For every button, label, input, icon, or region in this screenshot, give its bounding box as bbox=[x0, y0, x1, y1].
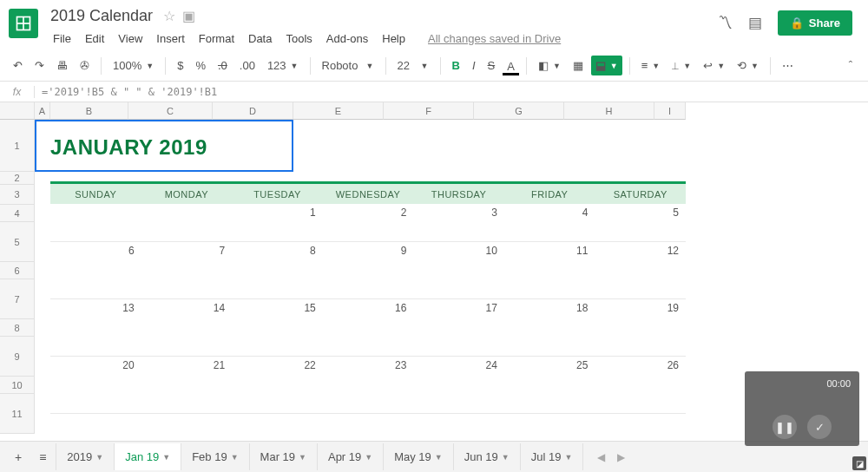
calendar-day[interactable]: 20 bbox=[50, 357, 141, 413]
menu-insert[interactable]: Insert bbox=[150, 29, 191, 49]
calendar-day[interactable]: 16 bbox=[323, 299, 414, 356]
row-header-9[interactable]: 9 bbox=[0, 337, 35, 377]
calendar-day[interactable]: 2 bbox=[323, 204, 414, 241]
col-header-B[interactable]: B bbox=[50, 102, 128, 120]
col-header-H[interactable]: H bbox=[564, 102, 654, 120]
calendar-day[interactable]: 19 bbox=[595, 299, 686, 356]
borders-button[interactable]: ▦ bbox=[569, 56, 588, 75]
menu-view[interactable]: View bbox=[112, 29, 148, 49]
calendar-day[interactable]: 25 bbox=[504, 357, 595, 413]
row-header-1[interactable]: 1 bbox=[0, 120, 35, 172]
save-status[interactable]: All changes saved in Drive bbox=[422, 29, 567, 49]
tab-menu-caret[interactable]: ▼ bbox=[502, 453, 510, 462]
menu-help[interactable]: Help bbox=[376, 29, 411, 49]
sheet-tab-apr-19[interactable]: Apr 19▼ bbox=[318, 443, 384, 470]
percent-button[interactable]: % bbox=[191, 56, 210, 75]
col-header-C[interactable]: C bbox=[128, 102, 213, 120]
calendar-day[interactable]: 22 bbox=[232, 357, 323, 413]
row-header-10[interactable]: 10 bbox=[0, 377, 35, 394]
tab-menu-caret[interactable]: ▼ bbox=[299, 453, 306, 462]
menu-tools[interactable]: Tools bbox=[279, 29, 318, 49]
all-sheets-button[interactable]: ≡ bbox=[31, 444, 54, 470]
col-header-A[interactable]: A bbox=[35, 102, 50, 120]
tab-scroll-left-button[interactable]: ◀ bbox=[594, 448, 608, 467]
col-header-E[interactable]: E bbox=[293, 102, 384, 120]
bold-button[interactable]: B bbox=[448, 56, 464, 75]
add-sheet-button[interactable]: + bbox=[7, 444, 30, 470]
menu-edit[interactable]: Edit bbox=[79, 29, 110, 49]
calendar-day[interactable]: 14 bbox=[141, 299, 233, 356]
calendar-day[interactable]: 21 bbox=[141, 357, 233, 413]
print-icon[interactable]: 🖶 bbox=[52, 56, 72, 75]
menu-add-ons[interactable]: Add-ons bbox=[320, 29, 374, 49]
explore-button[interactable]: ◪ bbox=[852, 456, 866, 470]
more-formats-button[interactable]: 123▼ bbox=[263, 56, 303, 75]
calendar-day[interactable]: 11 bbox=[504, 242, 595, 298]
move-icon[interactable]: ▣ bbox=[182, 8, 195, 24]
calendar-day[interactable]: 17 bbox=[413, 299, 504, 356]
calendar-day[interactable]: 8 bbox=[232, 242, 323, 298]
calendar-day[interactable]: 18 bbox=[504, 299, 595, 356]
calendar-day[interactable]: 13 bbox=[50, 299, 141, 356]
sheet-tab-jun-19[interactable]: Jun 19▼ bbox=[454, 443, 521, 470]
sheet-tab-may-19[interactable]: May 19▼ bbox=[384, 443, 454, 470]
merge-button[interactable]: ⬓▼ bbox=[591, 56, 622, 75]
rotate-button[interactable]: ⟲▼ bbox=[733, 56, 763, 75]
col-header-I[interactable]: I bbox=[654, 102, 686, 120]
select-all-corner[interactable] bbox=[0, 102, 35, 120]
tab-menu-caret[interactable]: ▼ bbox=[365, 453, 372, 462]
calendar-day[interactable]: 10 bbox=[413, 242, 504, 298]
done-button[interactable]: ✓ bbox=[807, 415, 832, 439]
tab-menu-caret[interactable]: ▼ bbox=[95, 453, 103, 462]
trend-icon[interactable]: 〽 bbox=[718, 15, 733, 32]
calendar-day[interactable]: 26 bbox=[595, 357, 686, 413]
menu-format[interactable]: Format bbox=[193, 29, 240, 49]
calendar-day[interactable]: 24 bbox=[413, 357, 504, 413]
row-header-3[interactable]: 3 bbox=[0, 185, 35, 205]
redo-icon[interactable]: ↷ bbox=[30, 56, 49, 75]
row-header-5[interactable]: 5 bbox=[0, 222, 35, 262]
fill-color-button[interactable]: ◧▼ bbox=[534, 56, 565, 75]
sheet-tab-jul-19[interactable]: Jul 19▼ bbox=[521, 443, 584, 470]
decrease-decimal-button[interactable]: .0 bbox=[214, 56, 232, 75]
calendar-day[interactable]: 1 bbox=[232, 204, 323, 241]
calendar-day[interactable]: 6 bbox=[50, 242, 141, 298]
row-header-11[interactable]: 11 bbox=[0, 394, 35, 434]
h-align-button[interactable]: ≡▼ bbox=[637, 56, 665, 75]
col-header-D[interactable]: D bbox=[213, 102, 293, 120]
sheet-tab-jan-19[interactable]: Jan 19▼ bbox=[115, 443, 181, 470]
paint-format-icon[interactable]: ✇ bbox=[76, 56, 94, 75]
menu-data[interactable]: Data bbox=[242, 29, 278, 49]
calendar-day[interactable] bbox=[50, 204, 141, 241]
row-header-7[interactable]: 7 bbox=[0, 279, 35, 319]
pause-button[interactable]: ❚❚ bbox=[773, 415, 797, 439]
calendar-day[interactable]: 23 bbox=[323, 357, 414, 413]
tab-menu-caret[interactable]: ▼ bbox=[162, 453, 170, 462]
tab-menu-caret[interactable]: ▼ bbox=[564, 453, 572, 462]
text-color-button[interactable]: A bbox=[503, 56, 519, 75]
calendar-day[interactable]: 3 bbox=[413, 204, 504, 241]
tab-menu-caret[interactable]: ▼ bbox=[231, 453, 239, 462]
font-size-select[interactable]: 22▼ bbox=[393, 56, 433, 75]
strike-button[interactable]: S bbox=[483, 56, 500, 75]
col-header-F[interactable]: F bbox=[384, 102, 474, 120]
formula-input[interactable]: ='2019'!B5 & " " & '2019'!B1 bbox=[35, 84, 868, 100]
calendar-day[interactable]: 5 bbox=[595, 204, 686, 241]
font-select[interactable]: Roboto▼ bbox=[318, 56, 378, 75]
tab-menu-caret[interactable]: ▼ bbox=[435, 453, 443, 462]
calendar-day[interactable]: 4 bbox=[504, 204, 595, 241]
collapse-toolbar-icon[interactable]: ˆ bbox=[842, 56, 859, 75]
currency-button[interactable]: $ bbox=[173, 56, 187, 75]
wrap-button[interactable]: ↩▼ bbox=[699, 56, 729, 75]
row-header-4[interactable]: 4 bbox=[0, 205, 35, 222]
document-title[interactable]: 2019 Calendar bbox=[47, 7, 156, 25]
v-align-button[interactable]: ⟂▼ bbox=[667, 56, 695, 75]
star-icon[interactable]: ☆ bbox=[163, 8, 175, 24]
menu-file[interactable]: File bbox=[47, 29, 77, 49]
undo-icon[interactable]: ↶ bbox=[9, 56, 27, 75]
italic-button[interactable]: I bbox=[468, 56, 480, 75]
calendar-day[interactable]: 9 bbox=[323, 242, 414, 298]
sheet-tab-mar-19[interactable]: Mar 19▼ bbox=[250, 443, 318, 470]
calendar-day[interactable]: 15 bbox=[232, 299, 323, 356]
toolbar-more-button[interactable]: ⋯ bbox=[778, 56, 799, 75]
